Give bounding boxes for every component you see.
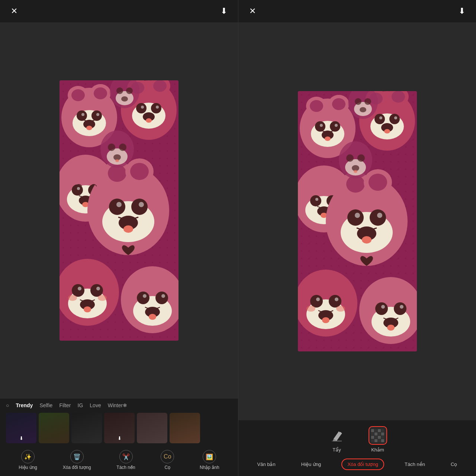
right-menu-row: Văn bản Hiệu ứng Xóa đối tượng Tách nền … bbox=[238, 456, 476, 476]
tool-buttons-row: Tẩy bbox=[238, 420, 476, 456]
svg-point-68 bbox=[119, 144, 126, 151]
right-top-bar: ✕ ⬇ bbox=[238, 0, 476, 22]
svg-point-64 bbox=[149, 314, 156, 320]
svg-point-149 bbox=[355, 98, 361, 105]
left-menu-tach-nen[interactable]: ✂️ Tách nền bbox=[116, 450, 135, 470]
right-menu-van-ban[interactable]: Văn bản bbox=[252, 459, 281, 469]
van-ban-label: Văn bản bbox=[257, 461, 276, 467]
filter-love[interactable]: Love bbox=[90, 402, 101, 408]
filter-winter[interactable]: Winter❄ bbox=[108, 402, 127, 408]
svg-point-67 bbox=[108, 144, 115, 151]
co-icon: Co bbox=[161, 450, 174, 463]
kham-tool-button[interactable]: Khảm bbox=[369, 426, 387, 453]
svg-point-54 bbox=[84, 306, 91, 312]
svg-point-52 bbox=[96, 287, 100, 290]
svg-point-56 bbox=[98, 295, 107, 301]
svg-point-24 bbox=[156, 106, 159, 109]
right-download-button[interactable]: ⬇ bbox=[455, 4, 469, 18]
svg-point-128 bbox=[335, 298, 338, 301]
right-close-button[interactable]: ✕ bbox=[246, 4, 259, 18]
filter-ig[interactable]: IG bbox=[78, 402, 83, 408]
left-menu-co[interactable]: Co Cọ bbox=[161, 450, 174, 470]
svg-point-7 bbox=[94, 87, 107, 99]
svg-point-10 bbox=[91, 110, 102, 121]
svg-point-119 bbox=[355, 213, 360, 218]
right-co-label: Cọ bbox=[451, 461, 457, 467]
svg-point-132 bbox=[336, 306, 345, 312]
bear-svg-right bbox=[298, 91, 417, 351]
left-menu-nhap-anh[interactable]: 🖼️ Nhập ảnh bbox=[200, 450, 219, 470]
svg-point-122 bbox=[362, 236, 372, 244]
svg-point-126 bbox=[329, 295, 341, 308]
bear-svg-left bbox=[60, 80, 178, 341]
thumbnail-1[interactable]: ⬇ bbox=[6, 413, 36, 443]
svg-point-49 bbox=[72, 284, 84, 297]
right-menu-co[interactable]: Cọ bbox=[446, 459, 462, 469]
nhap-anh-icon: 🖼️ bbox=[203, 450, 216, 463]
filter-none[interactable]: ○ bbox=[6, 402, 9, 408]
svg-point-90 bbox=[325, 136, 331, 141]
thumbnail-6[interactable] bbox=[170, 413, 200, 443]
left-close-button[interactable]: ✕ bbox=[7, 4, 21, 18]
svg-point-51 bbox=[78, 287, 81, 290]
svg-point-29 bbox=[72, 184, 83, 196]
thumbnail-5[interactable] bbox=[137, 413, 167, 443]
svg-point-117 bbox=[347, 209, 364, 226]
svg-point-74 bbox=[126, 87, 133, 94]
svg-point-14 bbox=[86, 126, 92, 130]
hieu-ung-icon: ✨ bbox=[21, 450, 35, 463]
svg-point-9 bbox=[77, 110, 87, 121]
thumbnail-2[interactable] bbox=[39, 413, 69, 443]
kham-icon bbox=[369, 426, 387, 445]
svg-point-88 bbox=[335, 124, 338, 127]
tach-nen-label: Tách nền bbox=[116, 465, 135, 470]
svg-point-125 bbox=[310, 295, 323, 308]
svg-point-73 bbox=[116, 87, 123, 94]
left-download-button[interactable]: ⬇ bbox=[217, 4, 231, 18]
svg-point-41 bbox=[109, 199, 125, 215]
left-panel: ✕ ⬇ bbox=[0, 0, 238, 476]
svg-point-144 bbox=[357, 154, 365, 162]
right-xoa-doi-tuong-label: Xóa đối tượng bbox=[347, 461, 378, 467]
svg-point-5 bbox=[71, 89, 85, 101]
svg-point-81 bbox=[310, 100, 323, 112]
filter-filter[interactable]: Filter bbox=[59, 402, 71, 408]
xoa-doi-tuong-label: Xóa đối tượng bbox=[63, 465, 91, 470]
svg-point-118 bbox=[370, 209, 386, 226]
svg-point-39 bbox=[130, 163, 149, 180]
svg-point-102 bbox=[384, 129, 390, 134]
tay-tool-button[interactable]: Tẩy bbox=[328, 426, 346, 453]
right-bear-image bbox=[298, 91, 417, 351]
svg-point-60 bbox=[155, 292, 168, 304]
svg-point-146 bbox=[354, 170, 357, 173]
svg-point-23 bbox=[141, 106, 144, 109]
kham-label: Khảm bbox=[371, 447, 384, 453]
tach-nen-icon: ✂️ bbox=[119, 450, 133, 463]
right-menu-tach-nen[interactable]: Tách nền bbox=[399, 459, 430, 469]
svg-point-105 bbox=[310, 195, 321, 206]
svg-point-150 bbox=[364, 98, 371, 105]
left-top-bar: ✕ ⬇ bbox=[0, 0, 238, 22]
left-menu-xoa-doi-tuong[interactable]: 🗑️ Xóa đối tượng bbox=[63, 450, 91, 470]
left-menu-hieu-ung[interactable]: ✨ Hiệu ứng bbox=[19, 450, 37, 470]
svg-point-83 bbox=[332, 98, 345, 110]
left-bottom-toolbar: ○ Trendy Selfie Filter IG Love Winter❄ ⬇ bbox=[0, 399, 238, 476]
filter-selfie[interactable]: Selfie bbox=[39, 402, 52, 408]
svg-point-50 bbox=[90, 284, 103, 297]
svg-point-59 bbox=[137, 292, 149, 304]
thumbnail-3[interactable] bbox=[71, 413, 102, 443]
svg-point-12 bbox=[96, 113, 99, 116]
right-panel: ✕ ⬇ bbox=[238, 0, 476, 476]
thumbnails-row: ⬇ ⬇ bbox=[0, 411, 238, 447]
right-menu-xoa-doi-tuong[interactable]: Xóa đối tượng bbox=[341, 459, 384, 470]
right-menu-hieu-ung[interactable]: Hiệu ứng bbox=[296, 459, 327, 469]
eraser-icon bbox=[328, 426, 346, 445]
svg-point-130 bbox=[322, 317, 329, 323]
svg-point-55 bbox=[68, 295, 77, 301]
filter-trendy[interactable]: Trendy bbox=[16, 402, 33, 408]
svg-point-26 bbox=[146, 118, 152, 123]
xoa-doi-tuong-icon: 🗑️ bbox=[70, 450, 84, 463]
svg-point-99 bbox=[379, 116, 382, 119]
svg-point-75 bbox=[121, 96, 128, 102]
thumbnail-4[interactable]: ⬇ bbox=[104, 413, 135, 443]
